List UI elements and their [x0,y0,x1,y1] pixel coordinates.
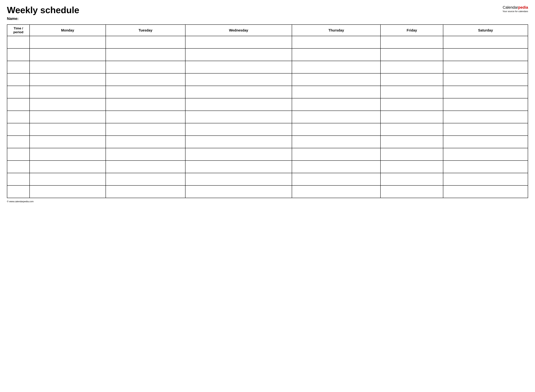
data-cell-row-7-col-6[interactable] [443,123,528,136]
data-cell-row-0-col-5[interactable] [380,36,443,48]
data-cell-row-12-col-5[interactable] [380,186,443,198]
data-cell-row-2-col-1[interactable] [30,61,106,73]
data-cell-row-6-col-1[interactable] [30,111,106,123]
data-cell-row-1-col-6[interactable] [443,48,528,61]
data-cell-row-3-col-4[interactable] [292,73,380,86]
data-cell-row-1-col-3[interactable] [185,48,292,61]
data-cell-row-7-col-3[interactable] [185,123,292,136]
data-cell-row-4-col-3[interactable] [185,86,292,98]
data-cell-row-4-col-5[interactable] [380,86,443,98]
data-cell-row-3-col-3[interactable] [185,73,292,86]
table-row [7,98,528,111]
time-cell-row-8[interactable] [7,136,30,148]
logo-calendar: Calendar [503,5,518,9]
data-cell-row-7-col-2[interactable] [106,123,185,136]
table-row [7,186,528,198]
data-cell-row-8-col-4[interactable] [292,136,380,148]
data-cell-row-9-col-1[interactable] [30,148,106,161]
data-cell-row-3-col-6[interactable] [443,73,528,86]
data-cell-row-7-col-1[interactable] [30,123,106,136]
time-cell-row-2[interactable] [7,61,30,73]
data-cell-row-9-col-2[interactable] [106,148,185,161]
data-cell-row-5-col-1[interactable] [30,98,106,111]
data-cell-row-9-col-4[interactable] [292,148,380,161]
data-cell-row-6-col-3[interactable] [185,111,292,123]
time-cell-row-12[interactable] [7,186,30,198]
data-cell-row-10-col-6[interactable] [443,161,528,173]
data-cell-row-0-col-4[interactable] [292,36,380,48]
data-cell-row-10-col-2[interactable] [106,161,185,173]
data-cell-row-2-col-2[interactable] [106,61,185,73]
data-cell-row-8-col-5[interactable] [380,136,443,148]
data-cell-row-11-col-4[interactable] [292,173,380,186]
data-cell-row-5-col-5[interactable] [380,98,443,111]
time-cell-row-9[interactable] [7,148,30,161]
data-cell-row-8-col-3[interactable] [185,136,292,148]
data-cell-row-3-col-1[interactable] [30,73,106,86]
data-cell-row-1-col-5[interactable] [380,48,443,61]
data-cell-row-0-col-1[interactable] [30,36,106,48]
data-cell-row-11-col-3[interactable] [185,173,292,186]
data-cell-row-4-col-4[interactable] [292,86,380,98]
data-cell-row-3-col-5[interactable] [380,73,443,86]
time-cell-row-5[interactable] [7,98,30,111]
time-cell-row-0[interactable] [7,36,30,48]
data-cell-row-5-col-6[interactable] [443,98,528,111]
data-cell-row-12-col-2[interactable] [106,186,185,198]
data-cell-row-12-col-6[interactable] [443,186,528,198]
data-cell-row-1-col-2[interactable] [106,48,185,61]
data-cell-row-1-col-4[interactable] [292,48,380,61]
time-cell-row-3[interactable] [7,73,30,86]
table-row [7,123,528,136]
data-cell-row-6-col-6[interactable] [443,111,528,123]
data-cell-row-6-col-5[interactable] [380,111,443,123]
data-cell-row-12-col-3[interactable] [185,186,292,198]
data-cell-row-1-col-1[interactable] [30,48,106,61]
title-section: Weekly schedule Name: [7,5,502,21]
data-cell-row-8-col-2[interactable] [106,136,185,148]
data-cell-row-5-col-4[interactable] [292,98,380,111]
data-cell-row-0-col-2[interactable] [106,36,185,48]
data-cell-row-2-col-5[interactable] [380,61,443,73]
data-cell-row-11-col-2[interactable] [106,173,185,186]
footer: © www.calendarpedia.com [7,200,528,203]
data-cell-row-6-col-4[interactable] [292,111,380,123]
data-cell-row-9-col-3[interactable] [185,148,292,161]
data-cell-row-10-col-3[interactable] [185,161,292,173]
data-cell-row-5-col-2[interactable] [106,98,185,111]
data-cell-row-10-col-5[interactable] [380,161,443,173]
data-cell-row-3-col-2[interactable] [106,73,185,86]
data-cell-row-0-col-3[interactable] [185,36,292,48]
data-cell-row-8-col-6[interactable] [443,136,528,148]
data-cell-row-12-col-1[interactable] [30,186,106,198]
time-cell-row-4[interactable] [7,86,30,98]
data-cell-row-9-col-5[interactable] [380,148,443,161]
data-cell-row-11-col-1[interactable] [30,173,106,186]
data-cell-row-6-col-2[interactable] [106,111,185,123]
data-cell-row-11-col-6[interactable] [443,173,528,186]
data-cell-row-4-col-1[interactable] [30,86,106,98]
data-cell-row-11-col-5[interactable] [380,173,443,186]
data-cell-row-0-col-6[interactable] [443,36,528,48]
time-cell-row-1[interactable] [7,48,30,61]
time-cell-row-10[interactable] [7,161,30,173]
data-cell-row-12-col-4[interactable] [292,186,380,198]
data-cell-row-7-col-4[interactable] [292,123,380,136]
data-cell-row-5-col-3[interactable] [185,98,292,111]
data-cell-row-8-col-1[interactable] [30,136,106,148]
name-label: Name: [7,16,502,21]
data-cell-row-9-col-6[interactable] [443,148,528,161]
data-cell-row-4-col-2[interactable] [106,86,185,98]
time-cell-row-11[interactable] [7,173,30,186]
time-cell-row-6[interactable] [7,111,30,123]
data-cell-row-2-col-3[interactable] [185,61,292,73]
data-cell-row-2-col-4[interactable] [292,61,380,73]
data-cell-row-10-col-4[interactable] [292,161,380,173]
table-row [7,148,528,161]
data-cell-row-7-col-5[interactable] [380,123,443,136]
page-title: Weekly schedule [7,5,502,15]
time-cell-row-7[interactable] [7,123,30,136]
data-cell-row-10-col-1[interactable] [30,161,106,173]
data-cell-row-4-col-6[interactable] [443,86,528,98]
data-cell-row-2-col-6[interactable] [443,61,528,73]
